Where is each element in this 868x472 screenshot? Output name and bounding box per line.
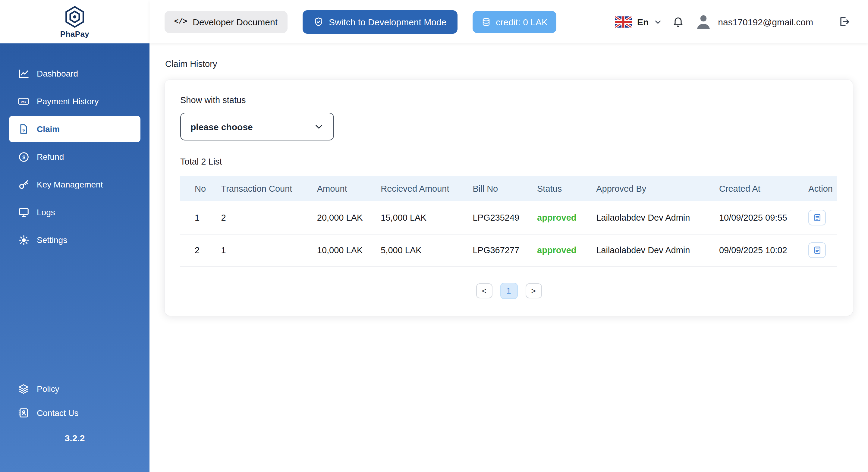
column-header-transaction-count: Transaction Count	[215, 176, 311, 201]
content-area: Claim History Show with status please ch…	[150, 43, 868, 472]
dashboard-icon	[18, 67, 30, 80]
column-header-received-amount: Recieved Amount	[375, 176, 467, 201]
sidebar-item-label: Dashboard	[37, 69, 78, 78]
column-header-created-at: Created At	[713, 176, 802, 201]
cell-status: approved	[531, 234, 590, 266]
top-bar-actions: </> Developer Document Switch to Develop…	[164, 10, 556, 33]
developer-document-button[interactable]: </> Developer Document	[164, 10, 287, 33]
sidebar: PhaPay Dashboard pay Payment Hist	[0, 0, 150, 472]
cell-approved-by: Lailaolabdev Dev Admin	[590, 234, 713, 266]
bell-icon	[672, 16, 684, 28]
gear-icon	[18, 234, 30, 246]
cell-created-at: 09/09/2025 10:02	[713, 234, 802, 266]
table-row: 2 1 10,000 LAK 5,000 LAK LPG367277 appro…	[180, 234, 837, 266]
status-badge: approved	[537, 213, 577, 222]
cell-no: 1	[180, 201, 215, 234]
cell-approved-by: Lailaolabdev Dev Admin	[590, 201, 713, 234]
payment-card-icon: pay	[18, 95, 30, 107]
brand-logo: PhaPay	[0, 0, 150, 43]
sidebar-item-payment-history[interactable]: pay Payment History	[9, 88, 141, 115]
sidebar-item-settings[interactable]: Settings	[9, 227, 141, 253]
credit-badge[interactable]: credit: 0 LAK	[472, 10, 556, 33]
column-header-approved-by: Approved By	[590, 176, 713, 201]
svg-text:$: $	[22, 154, 25, 160]
prev-page-button[interactable]: <	[476, 283, 492, 298]
table-header-row: No Transaction Count Amount Recieved Amo…	[180, 176, 837, 201]
phapay-logo-icon	[63, 5, 87, 29]
uk-flag-icon	[615, 16, 632, 27]
cell-action	[802, 201, 837, 234]
page-title: Claim History	[165, 59, 853, 69]
cell-bill-no: LPG367277	[467, 234, 531, 266]
refund-dollar-icon: $	[18, 151, 30, 163]
sidebar-item-label: Claim	[37, 124, 60, 134]
sidebar-item-label: Policy	[37, 384, 59, 394]
pagination: < 1 >	[180, 282, 837, 299]
total-count-label: Total 2 List	[180, 157, 837, 166]
brand-name: PhaPay	[60, 30, 89, 39]
chevron-down-icon	[654, 18, 662, 26]
svg-text:$: $	[23, 128, 25, 132]
select-chevron-down-icon	[314, 122, 324, 131]
sidebar-item-dashboard[interactable]: Dashboard	[9, 60, 141, 87]
switch-development-mode-button[interactable]: Switch to Development Mode	[302, 10, 457, 33]
status-select[interactable]: please choose	[180, 113, 334, 140]
claim-invoice-icon: $	[18, 123, 30, 135]
user-email: nas170192@gmail.com	[718, 17, 813, 27]
next-page-button[interactable]: >	[525, 283, 541, 298]
top-bar: </> Developer Document Switch to Develop…	[150, 0, 868, 43]
table-row: 1 2 20,000 LAK 15,000 LAK LPG235249 appr…	[180, 201, 837, 234]
cell-no: 2	[180, 234, 215, 266]
row-detail-button[interactable]	[808, 242, 826, 258]
account-menu[interactable]: nas170192@gmail.com	[694, 13, 818, 31]
cell-amount: 10,000 LAK	[311, 234, 375, 266]
svg-text:pay: pay	[21, 99, 27, 103]
sidebar-item-contact-us[interactable]: Contact Us	[9, 402, 141, 424]
status-filter-label: Show with status	[180, 95, 837, 105]
cell-action	[802, 234, 837, 266]
contact-book-icon	[18, 407, 30, 419]
column-header-status: Status	[531, 176, 590, 201]
layers-icon	[18, 383, 30, 395]
sidebar-item-label: Key Management	[37, 180, 103, 189]
top-bar-account: En	[615, 13, 852, 31]
sidebar-item-policy[interactable]: Policy	[9, 377, 141, 400]
key-icon	[18, 179, 30, 190]
cell-bill-no: LPG235249	[467, 201, 531, 234]
app-version: 3.2.2	[0, 433, 150, 443]
column-header-amount: Amount	[311, 176, 375, 201]
main-area: </> Developer Document Switch to Develop…	[150, 0, 868, 472]
app-window: PhaPay Dashboard pay Payment Hist	[0, 0, 868, 472]
row-detail-button[interactable]	[808, 210, 826, 225]
claim-history-card: Show with status please choose Total 2 L…	[164, 80, 853, 316]
cell-received-amount: 15,000 LAK	[375, 201, 467, 234]
notifications-button[interactable]	[670, 13, 687, 30]
sidebar-item-label: Settings	[37, 235, 67, 245]
claims-table: No Transaction Count Amount Recieved Amo…	[180, 176, 837, 267]
sidebar-item-refund[interactable]: $ Refund	[9, 144, 141, 170]
sidebar-nav: Dashboard pay Payment History $	[0, 43, 150, 472]
sidebar-item-label: Payment History	[37, 96, 98, 106]
monitor-icon	[18, 206, 30, 218]
document-lines-icon	[813, 213, 821, 222]
page-1-button[interactable]: 1	[500, 282, 518, 299]
logout-button[interactable]	[835, 13, 852, 30]
column-header-bill-no: Bill No	[467, 176, 531, 201]
sidebar-item-claim[interactable]: $ Claim	[9, 116, 141, 142]
sidebar-item-label: Contact Us	[37, 408, 79, 418]
column-header-no: No	[180, 176, 215, 201]
coins-icon	[481, 17, 491, 27]
document-lines-icon	[813, 246, 821, 254]
language-selector[interactable]: En	[615, 16, 662, 27]
column-header-action: Action	[802, 176, 837, 201]
sidebar-item-label: Refund	[37, 152, 64, 162]
logout-icon	[838, 16, 850, 28]
cell-status: approved	[531, 201, 590, 234]
cell-created-at: 10/09/2025 09:55	[713, 201, 802, 234]
sidebar-item-key-management[interactable]: Key Management	[9, 171, 141, 198]
cell-amount: 20,000 LAK	[311, 201, 375, 234]
sidebar-item-logs[interactable]: Logs	[9, 199, 141, 225]
sidebar-footer: Policy Contact Us 3.2.2	[0, 377, 150, 472]
shield-check-icon	[313, 17, 323, 27]
cell-transaction-count: 1	[215, 234, 311, 266]
